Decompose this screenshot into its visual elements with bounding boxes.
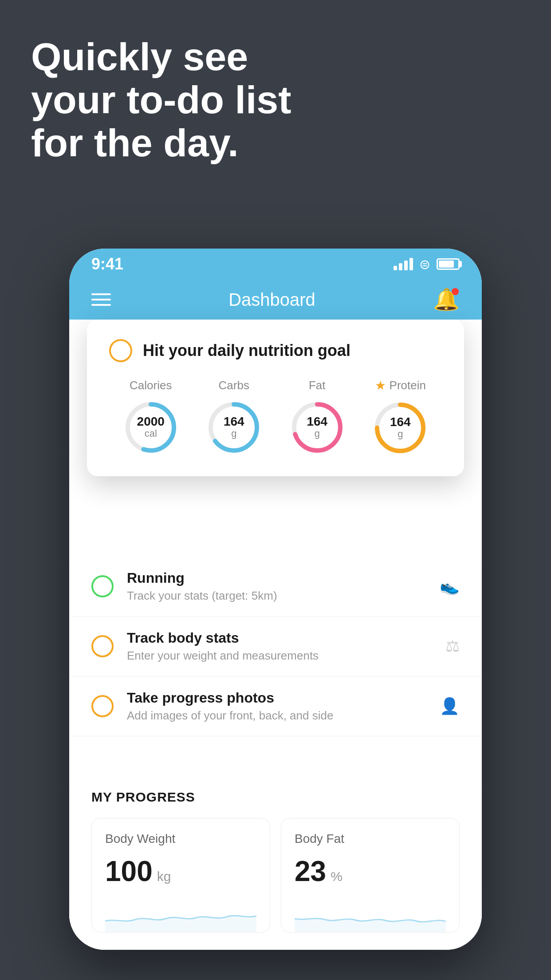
body-weight-card[interactable]: Body Weight 100 kg	[91, 818, 270, 933]
person-icon: 👤	[440, 697, 460, 715]
notification-button[interactable]: 🔔	[433, 287, 460, 312]
progress-section: MY PROGRESS Body Weight 100 kg	[69, 772, 482, 933]
body-weight-unit: kg	[157, 869, 171, 884]
photos-check-circle[interactable]	[91, 695, 114, 717]
body-weight-value-row: 100 kg	[105, 855, 256, 888]
body-stats-subtitle: Enter your weight and measurements	[127, 649, 432, 663]
body-fat-label: Body Fat	[295, 832, 446, 846]
star-icon: ★	[375, 378, 386, 393]
photos-title: Take progress photos	[127, 690, 426, 706]
phone-frame: 9:41 ⊜ Dashboard 🔔 THI	[69, 249, 482, 950]
battery-icon	[437, 258, 460, 270]
fat-label: Fat	[309, 379, 326, 392]
progress-cards: Body Weight 100 kg Body Fat	[91, 818, 460, 933]
calories-unit: cal	[137, 428, 165, 439]
hamburger-menu-button[interactable]	[91, 293, 111, 306]
carbs-value: 164	[224, 415, 244, 428]
fat-unit: g	[307, 428, 327, 439]
photos-text: Take progress photos Add images of your …	[127, 690, 426, 723]
running-text: Running Track your stats (target: 5km)	[127, 570, 426, 603]
fat-value: 164	[307, 415, 327, 428]
nutrition-fat: Fat 164 g	[288, 379, 346, 456]
header-title: Dashboard	[228, 290, 315, 310]
fat-donut: 164 g	[288, 399, 346, 456]
nutrition-calories: Calories 2000 cal	[122, 379, 180, 456]
photos-subtitle: Add images of your front, back, and side	[127, 709, 426, 723]
nutrition-card: Hit your daily nutrition goal Calories 2…	[87, 320, 464, 476]
progress-title: MY PROGRESS	[91, 790, 460, 805]
signal-icon	[394, 258, 413, 270]
calories-donut: 2000 cal	[122, 399, 180, 456]
list-item[interactable]: Take progress photos Add images of your …	[69, 676, 482, 736]
body-fat-value-row: 23 %	[295, 855, 446, 888]
app-header: Dashboard 🔔	[69, 280, 482, 320]
status-time: 9:41	[91, 255, 123, 273]
wifi-icon: ⊜	[419, 257, 430, 272]
list-item[interactable]: Running Track your stats (target: 5km) 👟	[69, 557, 482, 616]
body-stats-check-circle[interactable]	[91, 635, 114, 657]
body-weight-value: 100	[105, 855, 153, 888]
nutrition-check-circle[interactable]	[109, 339, 132, 362]
scale-icon: ⚖	[445, 637, 460, 656]
nutrition-row: Calories 2000 cal Carbs	[109, 378, 442, 457]
calories-label: Calories	[130, 379, 172, 392]
body-fat-card[interactable]: Body Fat 23 %	[281, 818, 460, 933]
protein-label: ★ Protein	[375, 378, 426, 393]
nutrition-carbs: Carbs 164 g	[205, 379, 263, 456]
protein-donut: 164 g	[371, 399, 429, 457]
body-stats-title: Track body stats	[127, 630, 432, 646]
phone-scroll-area[interactable]: THINGS TO DO TODAY Hit your daily nutrit…	[69, 320, 482, 950]
nutrition-card-title-row: Hit your daily nutrition goal	[109, 339, 442, 362]
body-fat-unit: %	[331, 869, 342, 884]
shoe-icon: 👟	[440, 577, 460, 596]
protein-value: 164	[390, 416, 411, 428]
body-fat-chart	[295, 897, 446, 932]
body-fat-value: 23	[295, 855, 326, 888]
list-item[interactable]: Track body stats Enter your weight and m…	[69, 616, 482, 676]
protein-unit: g	[390, 428, 411, 440]
nutrition-protein: ★ Protein 164 g	[371, 378, 429, 457]
notification-badge	[452, 288, 459, 295]
running-subtitle: Track your stats (target: 5km)	[127, 589, 426, 603]
nutrition-card-title: Hit your daily nutrition goal	[143, 341, 350, 360]
body-stats-text: Track body stats Enter your weight and m…	[127, 630, 432, 663]
hero-text: Quickly see your to-do list for the day.	[31, 36, 291, 164]
carbs-donut: 164 g	[205, 399, 263, 456]
carbs-unit: g	[224, 428, 244, 439]
status-bar: 9:41 ⊜	[69, 249, 482, 280]
body-weight-chart	[105, 897, 256, 932]
carbs-label: Carbs	[219, 379, 249, 392]
running-check-circle[interactable]	[91, 575, 114, 597]
spacer	[69, 736, 482, 772]
calories-value: 2000	[137, 415, 165, 428]
status-icons: ⊜	[394, 257, 460, 272]
todo-list: Running Track your stats (target: 5km) 👟…	[69, 557, 482, 736]
running-title: Running	[127, 570, 426, 586]
body-weight-label: Body Weight	[105, 832, 256, 846]
